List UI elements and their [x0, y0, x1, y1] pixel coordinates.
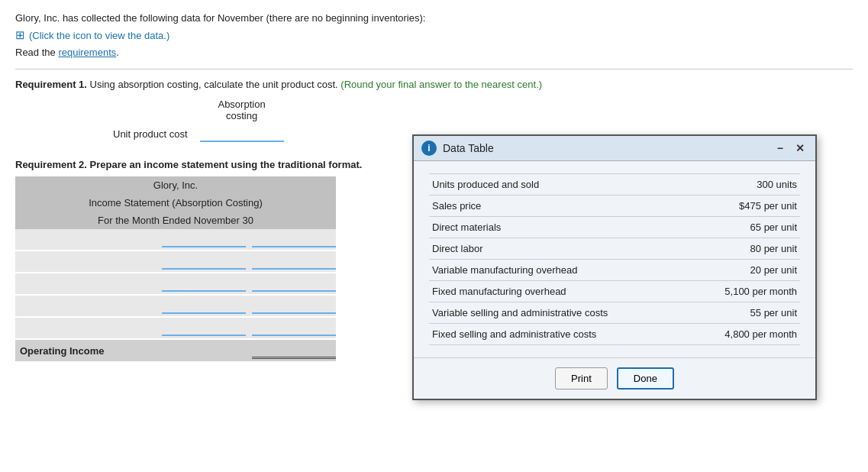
info-icon: i — [421, 141, 437, 156]
is-input-2a[interactable] — [162, 254, 246, 270]
data-table-value: 4,800 per month — [670, 324, 800, 345]
req2-text: Prepare an income statement using the tr… — [90, 159, 363, 170]
is-input-3a[interactable] — [162, 276, 246, 292]
data-table-value: 65 per unit — [670, 217, 800, 238]
print-button[interactable]: Print — [555, 367, 608, 390]
data-table-value: 20 per unit — [670, 260, 800, 281]
is-operating-row: Operating Income — [15, 340, 336, 361]
is-row-2 — [15, 251, 336, 272]
section-divider — [15, 69, 853, 70]
is-period: For the Month Ended November 30 — [15, 212, 336, 229]
absorption-header1: Absorption — [200, 99, 284, 110]
is-company-name: Glory, Inc. — [15, 176, 336, 194]
is-input-1a[interactable] — [162, 231, 246, 247]
data-table-label: Variable selling and administrative cost… — [429, 302, 670, 324]
operating-income-label: Operating Income — [15, 345, 252, 357]
data-table-row: Direct labor 80 per unit — [429, 238, 800, 260]
is-input-2b[interactable] — [252, 254, 336, 270]
unit-cost-label: Unit product cost — [107, 124, 194, 144]
req2-label: Requirement 2. — [15, 159, 87, 170]
data-table-label: Sales price — [429, 196, 670, 217]
intro-text: Glory, Inc. has collected the following … — [15, 12, 853, 24]
requirements-link[interactable]: requirements — [58, 47, 116, 58]
req1-description: Requirement 1. Using absorption costing,… — [15, 79, 853, 90]
data-table-row: Fixed selling and administrative costs 4… — [429, 324, 800, 345]
data-table-value: 300 units — [670, 174, 800, 196]
is-input-4b[interactable] — [252, 298, 336, 314]
data-table-label: Units produced and sold — [429, 174, 670, 196]
read-line: Read the requirements. — [15, 47, 853, 58]
is-row-4 — [15, 296, 336, 316]
data-table-row: Direct materials 65 per unit — [429, 217, 800, 238]
modal-footer: Print Done — [414, 357, 815, 399]
is-input-1b[interactable] — [252, 231, 336, 247]
data-table: Units produced and sold 300 units Sales … — [429, 173, 800, 345]
operating-income-input[interactable] — [252, 342, 336, 359]
absorption-table: Absorption costing Unit product cost — [107, 96, 290, 144]
modal-title: Data Table — [443, 142, 494, 154]
main-content: Glory, Inc. has collected the following … — [15, 12, 853, 363]
unit-cost-input[interactable] — [200, 126, 284, 142]
data-table-label: Fixed manufacturing overhead — [429, 281, 670, 302]
round-note: (Round your final answer to the nearest … — [340, 79, 542, 90]
click-icon-text: (Click the icon to view the data.) — [29, 30, 169, 41]
modal-minimize-button[interactable]: − — [774, 142, 786, 154]
income-statement: Glory, Inc. Income Statement (Absorption… — [15, 176, 336, 363]
data-table-label: Variable manufacturing overhead — [429, 260, 670, 281]
is-input-5b[interactable] — [252, 320, 336, 336]
data-table-value: 80 per unit — [670, 238, 800, 260]
grid-icon[interactable]: ⊞ — [15, 28, 25, 42]
absorption-header2: costing — [200, 110, 284, 121]
data-table-row: Variable manufacturing overhead 20 per u… — [429, 260, 800, 281]
data-table-label: Direct labor — [429, 238, 670, 260]
is-input-5a[interactable] — [162, 320, 246, 336]
is-input-4a[interactable] — [162, 298, 246, 314]
modal-close-button[interactable]: ✕ — [792, 142, 808, 154]
read-text: Read the — [15, 47, 58, 58]
data-table-value: 5,100 per month — [670, 281, 800, 302]
data-table-label: Direct materials — [429, 217, 670, 238]
is-input-3b[interactable] — [252, 276, 336, 292]
is-row-1 — [15, 229, 336, 250]
req1-text: Using absorption costing, calculate the … — [90, 79, 341, 90]
is-row-3 — [15, 273, 336, 294]
done-button[interactable]: Done — [617, 367, 674, 390]
data-table-row: Variable selling and administrative cost… — [429, 302, 800, 324]
modal-titlebar: i Data Table − ✕ — [414, 136, 815, 161]
data-table-modal: i Data Table − ✕ Units produced and sold… — [412, 134, 817, 400]
is-statement-title: Income Statement (Absorption Costing) — [15, 194, 336, 212]
data-table-value: 55 per unit — [670, 302, 800, 324]
req1-label: Requirement 1. — [15, 79, 87, 90]
data-table-row: Units produced and sold 300 units — [429, 174, 800, 196]
is-row-5 — [15, 318, 336, 338]
data-table-row: Sales price $475 per unit — [429, 196, 800, 217]
data-table-value: $475 per unit — [670, 196, 800, 217]
data-table-row: Fixed manufacturing overhead 5,100 per m… — [429, 281, 800, 302]
data-table-label: Fixed selling and administrative costs — [429, 324, 670, 345]
modal-body: Units produced and sold 300 units Sales … — [414, 161, 815, 357]
